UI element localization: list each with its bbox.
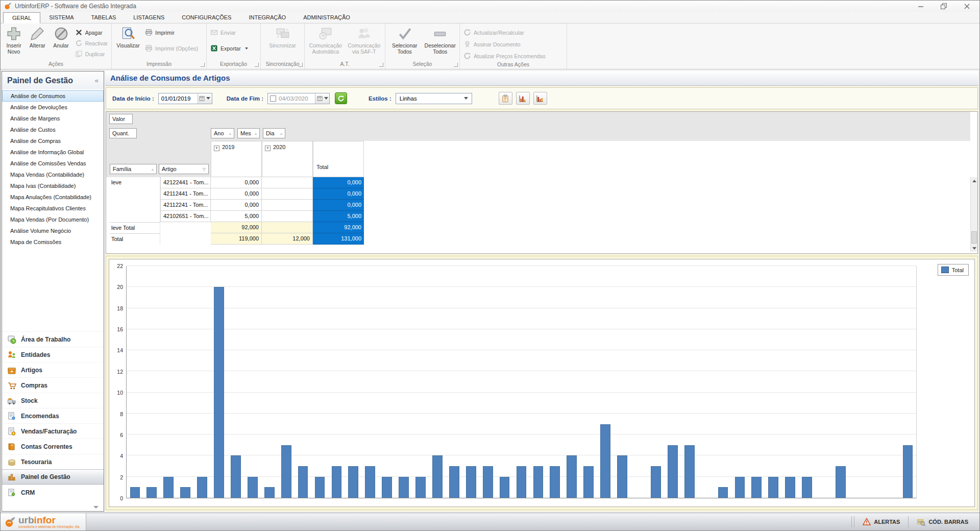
expand-plus-icon[interactable]: + [214,146,219,151]
calendar-dropdown-button[interactable] [198,93,212,104]
grid-view-button[interactable] [499,92,512,105]
pivot-body: leve42122441 - Tom...0,0000,00042112441 … [110,177,364,245]
alerts-button[interactable]: ALERTAS [855,516,907,528]
collapse-panel-icon[interactable]: « [95,71,99,89]
anular-button[interactable]: Anular [50,25,72,61]
module-item-encomendas[interactable]: Encomendas [2,408,104,423]
duplicar-button[interactable]: Duplicar [74,49,109,59]
sidebar-item-analise-de-consumos[interactable]: Análise de Consumos [2,90,104,102]
module-item-painel-de-gestao[interactable]: Painel de Gestão [2,469,104,485]
group-label: A.T. [340,61,349,67]
sidebar-item-mapa-de-comissoes[interactable]: Mapa de Comissões [2,236,104,248]
exportar-button[interactable]: Exportar [209,43,250,54]
tab-geral[interactable]: GERAL [3,12,40,23]
pivot-field-mes[interactable]: Mes▵ [237,128,260,138]
module-item-vendas-facturacao[interactable]: Vendas/Facturação [2,423,104,439]
visualizar-button[interactable]: Visualizar [114,25,142,61]
scrollbar-thumb[interactable] [971,231,977,244]
sidebar-item-analise-volume-negocio[interactable]: Análise Volume Negócio [2,225,104,236]
sidebar-item-mapa-recapitulativos-clientes[interactable]: Mapa Recapitulativos Clientes [2,203,104,214]
pivot-vertical-scrollbar[interactable] [970,177,977,252]
minimize-button[interactable] [913,2,928,11]
bar [500,477,510,498]
dialog-launcher-icon[interactable] [454,63,458,67]
scroll-down-icon[interactable] [971,245,977,252]
comunicacao-automatica-button[interactable]: Comunicação Automática [307,25,345,61]
tab-integracao[interactable]: INTEGRAÇÃO [240,12,295,23]
sidebar-item-analise-de-margens[interactable]: Análise de Margens [2,113,104,124]
pivot-field-valor[interactable]: Valor [109,114,133,124]
imprimir-button[interactable]: Imprimir [143,27,200,38]
sidebar-item-analise-de-comissoes-vendas[interactable]: Análise de Comissões Vendas [2,158,104,169]
pivot-field-familia[interactable]: Família▵ [110,164,157,174]
calendar-dropdown-button[interactable] [315,93,329,104]
barcode-button[interactable]: CÓD. BARRAS [910,516,975,528]
bar-chart-alt-button[interactable] [533,92,547,105]
assinar-documento-button[interactable]: Assinar Documento [462,39,547,50]
sidebar-item-analise-de-custos[interactable]: Análise de Custos [2,124,104,135]
sidebar-item-analise-de-compras[interactable]: Análise de Compras [2,135,104,147]
close-button[interactable] [959,2,974,11]
refresh-button[interactable] [335,92,347,104]
tab-listagens[interactable]: LISTAGENS [125,12,173,23]
sidebar-item-analise-de-informacao-global[interactable]: Análise de Informação Global [2,147,104,158]
start-date-field[interactable]: 01/01/2019 [158,93,212,104]
dialog-launcher-icon[interactable] [255,63,259,67]
module-item-contas-correntes[interactable]: Contas Correntes [2,439,104,454]
sidebar-item-mapa-anulacoes-contabilidade[interactable]: Mapa Anulações (Contabilidade) [2,191,104,203]
title-bar: UrbinforERP - Software de Gestão Integra… [1,1,979,12]
scroll-up-icon[interactable] [971,177,977,184]
bar [903,445,913,498]
tab-sistema[interactable]: SISTEMA [40,12,82,23]
module-item-entidades[interactable]: Entidades [2,347,104,362]
tab-tabelas[interactable]: TABELAS [83,12,125,23]
sidebar-item-mapa-vendas-contabilidade[interactable]: Mapa Vendas (Contabilidade) [2,169,104,180]
actualizar-recalcular-button[interactable]: Actualizar/Recalcular [462,27,547,38]
sidebar-item-analise-de-devolucoes[interactable]: Análise de Devoluções [2,102,104,113]
sidebar-item-mapa-ivas-contabilidade[interactable]: Mapa Ivas (Contabilidade) [2,180,104,191]
apagar-button[interactable]: Apagar [74,27,109,38]
enviar-button[interactable]: Enviar [209,27,250,38]
pivot-col-total: Total [313,141,364,177]
deselecionar-todos-button[interactable]: Deselecionar Todos [423,25,458,61]
bar [600,424,610,498]
sidebar-item-mapa-vendas-por-documento[interactable]: Mapa Vendas (Por Documento) [2,214,104,225]
alterar-button[interactable]: Alterar [26,25,48,61]
inserir-novo-button[interactable]: Inserir Novo [3,25,25,61]
start-date-value[interactable]: 01/01/2019 [159,95,198,102]
module-item-tesouraria[interactable]: Tesouraria [2,454,104,469]
reactivar-button[interactable]: Reactivar [74,38,109,49]
people-saft-icon-button[interactable]: Comunicação via SAF-T [346,25,383,61]
selecionar-todos-button[interactable]: Selecionar Todos [387,25,422,61]
end-date-value[interactable]: 04/03/2020 [276,95,315,102]
chevron-down-icon[interactable] [93,506,99,509]
styles-select[interactable]: Linhas [396,93,472,104]
pivot-field-dia[interactable]: Dia▵ [263,128,285,138]
pivot-field-quant[interactable]: Quant. [109,128,137,138]
dialog-launcher-icon[interactable] [299,63,303,67]
end-date-checkbox[interactable] [270,95,276,102]
module-item-crm[interactable]: CRM [2,485,104,500]
end-date-field[interactable]: 04/03/2020 [267,93,330,104]
app-window: UrbinforERP - Software de Gestão Integra… [0,0,980,531]
pivot-field-artigo[interactable]: Artigo▽ [159,164,209,174]
module-item-compras[interactable]: Compras [2,377,104,393]
expand-plus-icon[interactable]: + [265,146,271,151]
atualizar-precos-button[interactable]: Atualizar Preços Encomendas [462,51,547,61]
pivot-field-ano[interactable]: Ano▵ [211,128,234,138]
module-item-stock[interactable]: Stock [2,393,104,408]
tab-configuracoes[interactable]: CONFIGURAÇÕES [173,12,240,23]
module-item-area-de-trabalho[interactable]: Área de Trabalho [2,331,104,347]
imprimir-opcoes-button[interactable]: Imprimir (Opções) [143,43,200,54]
module-item-artigos[interactable]: Artigos [2,362,104,377]
bar [651,466,661,498]
tab-administracao[interactable]: ADMINISTRAÇÃO [295,12,359,23]
sincronizar-button[interactable]: Sincronizar [263,25,302,61]
dialog-launcher-icon[interactable] [379,63,383,67]
restore-button[interactable] [936,2,951,11]
button-label: Exportar [220,45,241,52]
dialog-launcher-icon[interactable] [201,63,205,67]
separator [851,516,852,527]
familia-cell [110,188,160,200]
bar-chart-button[interactable] [516,92,530,105]
